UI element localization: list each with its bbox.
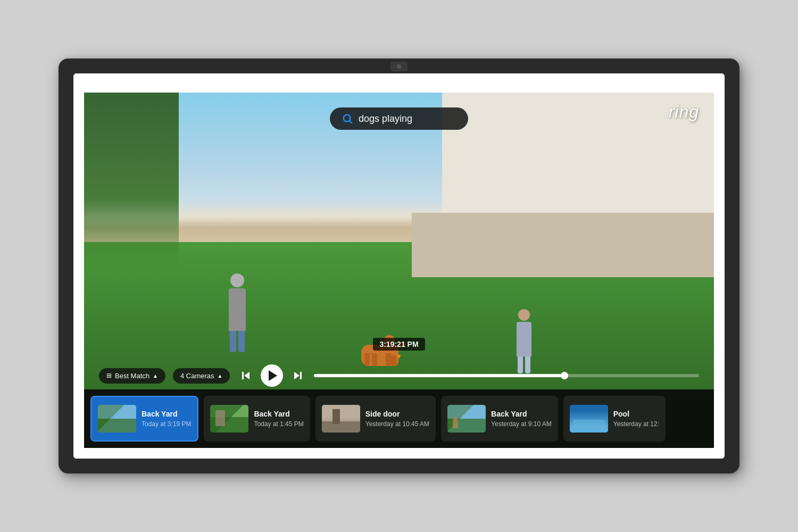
cameras-chevron: ▲ [218,373,223,379]
skip-forward-button[interactable] [289,367,306,384]
skip-forward-icon [292,369,304,382]
thumb-img-5 [570,405,608,433]
best-match-chevron: ▲ [153,373,158,379]
playback-controls [237,364,306,387]
thumb-time-5: Yesterday at 12: [613,420,659,428]
search-bar[interactable]: dogs playing [330,107,468,130]
tv-screen: ring dogs playing 3:19:21 PM ▼ [73,73,725,459]
thumb-title-2: Back Yard [254,410,303,418]
thumb-time-2: Today at 1:45 PM [254,420,303,428]
play-button[interactable] [261,364,283,387]
time-wrapper: 3:19:21 PM ▼ [99,338,699,360]
frame-left [73,93,84,448]
thumbnail-4[interactable]: Back Yard Yesterday at 9:10 AM [441,396,558,442]
video-player[interactable]: ring dogs playing 3:19:21 PM ▼ [84,93,714,448]
search-query: dogs playing [359,113,412,124]
thumbnail-1[interactable]: Back Yard Today at 3:19 PM [90,396,198,442]
thumbnail-5[interactable]: Pool Yesterday at 12: [563,396,666,442]
svg-rect-5 [300,372,302,379]
thumb-info-5: Pool Yesterday at 12: [613,410,659,428]
thumbnails-bar: Back Yard Today at 3:19 PM Back Yard Tod… [84,389,714,448]
progress-thumb[interactable] [561,372,568,379]
thumb-info-4: Back Yard Yesterday at 9:10 AM [491,410,552,428]
thumb-img-4 [447,405,486,433]
skip-back-icon [239,369,252,382]
thumb-time-1: Today at 3:19 PM [142,420,191,428]
svg-marker-4 [294,372,300,379]
play-icon [269,370,277,381]
thumb-title-1: Back Yard [142,410,191,418]
thumb-img-1 [98,405,136,433]
thumb-title-3: Side door [365,410,429,418]
best-match-filter[interactable]: ⊞ Best Match ▲ [99,368,165,384]
controls-row: ⊞ Best Match ▲ 4 Cameras ▲ [99,364,699,387]
camera-notch [390,62,408,71]
patio-floor [412,213,714,278]
skip-back-button[interactable] [237,367,254,384]
frame-top [73,73,725,93]
thumbnail-3[interactable]: Side door Yesterday at 10:45 AM [315,396,436,442]
thumb-img-3 [322,405,360,433]
thumb-time-3: Yesterday at 10:45 AM [365,420,429,428]
cameras-filter[interactable]: 4 Cameras ▲ [173,368,230,384]
controls-bar: 3:19:21 PM ▼ ⊞ Best Match ▲ 4 Cameras [84,338,714,387]
svg-marker-2 [244,372,250,379]
thumbnail-2[interactable]: Back Yard Today at 1:45 PM [204,396,310,442]
svg-line-1 [350,121,352,123]
content-row: ring dogs playing 3:19:21 PM ▼ [73,93,725,448]
best-match-label: Best Match [115,372,149,380]
time-display: 3:19:21 PM [373,338,425,351]
frame-right [714,93,725,448]
thumb-title-4: Back Yard [491,410,552,418]
search-icon [342,113,353,124]
camera-dot [397,64,401,69]
thumb-time-4: Yesterday at 9:10 AM [491,420,552,428]
ring-logo: ring [669,102,699,122]
thumb-img-2 [210,405,248,433]
thumb-info-2: Back Yard Today at 1:45 PM [254,410,303,428]
thumb-title-5: Pool [613,410,659,418]
tv-frame: ring dogs playing 3:19:21 PM ▼ [59,59,739,473]
time-arrow: ▼ [396,353,402,360]
thumb-info-1: Back Yard Today at 3:19 PM [142,410,191,428]
cameras-label: 4 Cameras [180,372,214,380]
svg-rect-3 [242,372,244,379]
progress-filled [314,374,564,377]
frame-bottom [73,448,725,459]
progress-bar[interactable] [314,374,699,377]
trees-left [84,93,179,270]
thumb-info-3: Side door Yesterday at 10:45 AM [365,410,429,428]
